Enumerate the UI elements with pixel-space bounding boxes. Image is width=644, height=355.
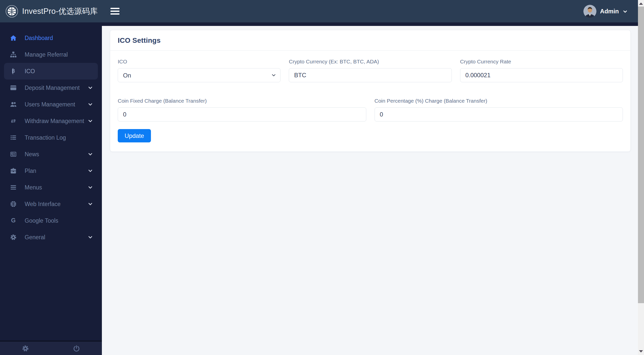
sidebar-footer (0, 340, 102, 355)
crypto-currency-input[interactable] (289, 68, 452, 82)
brand: InvestPro-优选源码库 (0, 5, 102, 18)
briefcase-icon (10, 167, 17, 175)
ico-label: ICO (118, 59, 280, 65)
bars-icon (10, 184, 17, 191)
subheader-strip (0, 22, 638, 26)
sidebar-item-label: Menus (25, 184, 42, 191)
sidebar-item-label: Transaction Log (25, 134, 66, 141)
chevron-down-icon (88, 185, 93, 190)
crypto-rate-label: Crypto Currency Rate (460, 59, 623, 65)
sidebar-item-label: Plan (25, 168, 36, 174)
card-header: ICO Settings (110, 30, 630, 51)
svg-text:G: G (11, 217, 16, 224)
sidebar-item-plan[interactable]: Plan (4, 163, 98, 179)
newspaper-icon (10, 150, 17, 158)
sidebar-item-label: Manage Referral (25, 51, 68, 58)
sidebar-item-deposit-management[interactable]: Deposit Management (4, 80, 98, 96)
main-content: ICO Settings ICO On Crypto Curre (102, 26, 638, 355)
sidebar-item-label: Web Interface (25, 201, 61, 208)
avatar[interactable] (583, 5, 596, 18)
sidebar: Dashboard Manage Referral ICO (0, 26, 102, 355)
card-body: ICO On Crypto Currency (Ex: BTC, BTC, AD… (110, 51, 630, 142)
credit-card-icon (10, 84, 17, 92)
scrollbar-thumb[interactable] (638, 7, 644, 303)
sidebar-item-users-management[interactable]: Users Management (4, 96, 98, 113)
users-icon (10, 101, 17, 108)
chevron-down-icon (88, 202, 93, 207)
brand-title: InvestPro-优选源码库 (22, 6, 98, 17)
sidebar-item-dashboard[interactable]: Dashboard (4, 30, 98, 46)
hamburger-menu-icon[interactable] (110, 6, 119, 16)
coin-fixed-charge-input[interactable] (118, 107, 366, 122)
chevron-down-icon (88, 168, 93, 173)
field-coin-fixed-charge: Coin Fixed Charge (Balance Transfer) (118, 98, 366, 122)
coin-fixed-charge-label: Coin Fixed Charge (Balance Transfer) (118, 98, 366, 104)
sidebar-nav: Dashboard Manage Referral ICO (0, 26, 102, 340)
user-name[interactable]: Admin (600, 8, 619, 15)
field-crypto-rate: Crypto Currency Rate (460, 59, 623, 82)
globe-logo-icon (6, 5, 18, 18)
sidebar-item-label: General (25, 234, 45, 241)
sidebar-item-web-interface[interactable]: Web Interface (4, 196, 98, 212)
topbar: InvestPro-优选源码库 Admin (0, 0, 638, 22)
crypto-currency-label: Crypto Currency (Ex: BTC, BTC, ADA) (289, 59, 452, 65)
scroll-down-arrow-icon[interactable] (639, 350, 643, 352)
power-icon[interactable] (73, 345, 80, 352)
sidebar-item-transaction-log[interactable]: Transaction Log (4, 129, 98, 146)
field-ico: ICO On (118, 59, 280, 82)
sidebar-item-label: News (25, 151, 39, 158)
globe-icon (10, 200, 17, 208)
sidebar-item-general[interactable]: General (4, 229, 98, 246)
ico-settings-card: ICO Settings ICO On Crypto Curre (110, 30, 631, 152)
bitcoin-icon (10, 67, 17, 75)
home-icon (10, 34, 17, 42)
sidebar-item-label: Withdraw Management (25, 118, 84, 125)
exchange-arrows-icon (10, 117, 17, 125)
chevron-down-icon (88, 85, 93, 90)
coin-percent-charge-input[interactable] (375, 107, 623, 122)
sidebar-item-label: Dashboard (25, 35, 53, 42)
coin-percent-charge-label: Coin Percentage (%) Charge (Balance Tran… (375, 98, 623, 104)
vertical-scrollbar[interactable] (638, 0, 644, 355)
sidebar-item-news[interactable]: News (4, 146, 98, 163)
crypto-rate-input[interactable] (460, 68, 623, 82)
settings-gear-icon[interactable] (22, 345, 29, 352)
page-title: ICO Settings (118, 36, 623, 45)
update-button[interactable]: Update (118, 129, 151, 142)
field-coin-percent-charge: Coin Percentage (%) Charge (Balance Tran… (375, 98, 623, 122)
chevron-down-icon (88, 102, 93, 107)
google-g-icon: G (10, 217, 17, 224)
sidebar-item-google-tools[interactable]: G Google Tools (4, 212, 98, 229)
ico-select[interactable]: On (118, 68, 280, 82)
sidebar-item-label: Users Management (25, 101, 75, 108)
sidebar-item-label: Google Tools (25, 217, 58, 224)
sidebar-item-menus[interactable]: Menus (4, 179, 98, 196)
user-menu[interactable]: Admin (583, 5, 638, 18)
sidebar-item-ico[interactable]: ICO (4, 63, 98, 80)
sidebar-item-label: ICO (25, 68, 35, 75)
sitemap-icon (10, 51, 17, 58)
chevron-down-icon (622, 9, 628, 14)
list-icon (10, 134, 17, 141)
chevron-down-icon (88, 119, 93, 124)
sidebar-item-manage-referral[interactable]: Manage Referral (4, 46, 98, 63)
sidebar-item-withdraw-management[interactable]: Withdraw Management (4, 113, 98, 129)
sidebar-item-label: Deposit Management (25, 85, 80, 91)
chevron-down-icon (88, 235, 93, 240)
gear-icon (10, 233, 17, 241)
scroll-up-arrow-icon[interactable] (639, 3, 643, 5)
chevron-down-icon (88, 152, 93, 157)
field-crypto-currency: Crypto Currency (Ex: BTC, BTC, ADA) (289, 59, 452, 82)
